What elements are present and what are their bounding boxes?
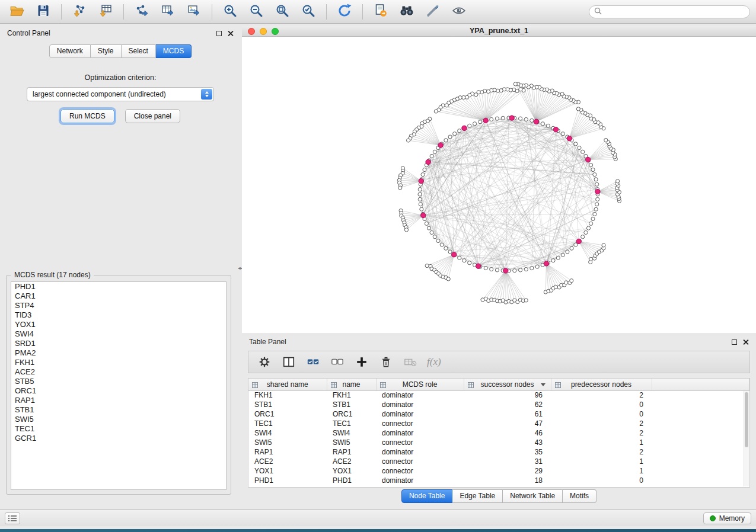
- cell-shared-name[interactable]: SWI4: [248, 428, 327, 438]
- save-session-button[interactable]: [32, 2, 55, 21]
- select-all-rows-button[interactable]: [305, 354, 321, 370]
- mcds-result-item[interactable]: YOX1: [11, 320, 226, 329]
- cell-name[interactable]: FKH1: [327, 390, 376, 400]
- cell-name[interactable]: YOX1: [327, 466, 376, 476]
- cell-predecessor-nodes[interactable]: 2: [551, 419, 652, 428]
- cell-successor-nodes[interactable]: 62: [464, 400, 551, 409]
- cell-successor-nodes[interactable]: 31: [464, 457, 551, 466]
- cell-name[interactable]: TEC1: [327, 419, 376, 428]
- scrollbar-thumb[interactable]: [745, 392, 748, 447]
- mcds-result-item[interactable]: STB1: [11, 405, 226, 415]
- cell-MCDS-role[interactable]: dominator: [376, 428, 464, 438]
- cell-predecessor-nodes[interactable]: 1: [551, 457, 652, 466]
- cell-name[interactable]: ORC1: [327, 409, 376, 419]
- column-header-MCDS-role[interactable]: MCDS role: [376, 379, 464, 390]
- refresh-button[interactable]: [333, 2, 356, 21]
- zoom-selected-button[interactable]: [297, 2, 320, 21]
- table-row[interactable]: STB1STB1dominator620: [248, 400, 749, 409]
- cell-MCDS-role[interactable]: connector: [376, 419, 464, 428]
- cell-successor-nodes[interactable]: 46: [464, 428, 551, 438]
- cell-predecessor-nodes[interactable]: 1: [551, 466, 652, 476]
- table-row[interactable]: RAP1RAP1dominator352: [248, 447, 749, 457]
- table-row[interactable]: PHD1PHD1dominator180: [248, 476, 749, 485]
- mcds-result-item[interactable]: PHD1: [11, 282, 226, 291]
- control-panel-tab-mcds[interactable]: MCDS: [156, 44, 192, 58]
- mcds-result-item[interactable]: STP4: [11, 301, 226, 310]
- control-panel-tab-network[interactable]: Network: [49, 44, 91, 58]
- import-network-button[interactable]: [68, 2, 91, 21]
- mcds-result-item[interactable]: FKH1: [11, 358, 226, 367]
- cell-shared-name[interactable]: SWI5: [248, 438, 327, 447]
- search-box[interactable]: [589, 5, 750, 18]
- cell-predecessor-nodes[interactable]: 2: [551, 390, 652, 400]
- cell-MCDS-role[interactable]: dominator: [376, 476, 464, 485]
- delete-column-button[interactable]: [378, 354, 394, 370]
- cell-MCDS-role[interactable]: dominator: [376, 390, 464, 400]
- deselect-all-rows-button[interactable]: [330, 354, 345, 370]
- table-row[interactable]: SWI5SWI5connector431: [248, 438, 749, 447]
- table-settings-button[interactable]: [257, 354, 272, 370]
- cell-MCDS-role[interactable]: connector: [376, 438, 464, 447]
- cell-shared-name[interactable]: YOX1: [248, 466, 327, 476]
- control-panel-tab-style[interactable]: Style: [91, 44, 122, 58]
- show-hide-button[interactable]: [448, 2, 470, 21]
- import-table-button[interactable]: [94, 2, 117, 21]
- mcds-result-item[interactable]: CAR1: [11, 291, 226, 301]
- cell-successor-nodes[interactable]: 18: [464, 476, 551, 485]
- export-table-button[interactable]: [157, 2, 179, 21]
- cell-shared-name[interactable]: TEC1: [248, 419, 327, 428]
- mcds-result-item[interactable]: GCR1: [11, 434, 226, 443]
- mcds-result-item[interactable]: SRD1: [11, 339, 226, 348]
- mcds-result-item[interactable]: TID3: [11, 310, 226, 320]
- mcds-result-item[interactable]: SWI4: [11, 329, 226, 339]
- run-mcds-button[interactable]: Run MCDS: [60, 109, 114, 123]
- cell-predecessor-nodes[interactable]: 2: [551, 447, 652, 457]
- cell-MCDS-role[interactable]: dominator: [376, 409, 464, 419]
- mcds-result-item[interactable]: TEC1: [11, 424, 226, 434]
- add-column-button[interactable]: [354, 354, 369, 370]
- function-builder-button[interactable]: f(x): [427, 356, 441, 368]
- cell-name[interactable]: SWI5: [327, 438, 376, 447]
- network-graph[interactable]: [242, 37, 756, 333]
- cell-predecessor-nodes[interactable]: 0: [551, 476, 652, 485]
- cell-predecessor-nodes[interactable]: 1: [551, 438, 652, 447]
- task-history-button[interactable]: [5, 512, 20, 524]
- export-image-button[interactable]: [183, 2, 205, 21]
- network-titlebar[interactable]: YPA_prune.txt_1: [242, 26, 756, 37]
- export-network-button[interactable]: [130, 2, 153, 21]
- cell-shared-name[interactable]: ORC1: [248, 409, 327, 419]
- close-panel-button[interactable]: Close panel: [125, 109, 180, 123]
- find-button[interactable]: [395, 2, 418, 21]
- table-row[interactable]: FKH1FKH1dominator962: [248, 390, 749, 400]
- mcds-result-item[interactable]: ACE2: [11, 367, 226, 377]
- cell-MCDS-role[interactable]: dominator: [376, 447, 464, 457]
- table-row[interactable]: ACE2ACE2connector311: [248, 457, 749, 466]
- mcds-result-item[interactable]: RAP1: [11, 396, 226, 405]
- close-panel-icon[interactable]: [227, 30, 234, 37]
- column-header-successor-nodes[interactable]: successor nodes: [464, 379, 551, 390]
- share-document-button[interactable]: [369, 2, 392, 21]
- network-canvas[interactable]: [242, 37, 756, 333]
- cell-name[interactable]: SWI4: [327, 428, 376, 438]
- cell-predecessor-nodes[interactable]: 0: [551, 409, 652, 419]
- criterion-select[interactable]: largest connected component (undirected): [27, 87, 214, 101]
- cell-shared-name[interactable]: STB1: [248, 400, 327, 409]
- table-row[interactable]: SWI4SWI4dominator462: [248, 428, 749, 438]
- cell-successor-nodes[interactable]: 29: [464, 466, 551, 476]
- cell-name[interactable]: RAP1: [327, 447, 376, 457]
- show-columns-button[interactable]: [281, 354, 296, 370]
- cell-MCDS-role[interactable]: dominator: [376, 400, 464, 409]
- control-panel-tab-select[interactable]: Select: [122, 44, 156, 58]
- column-header-shared-name[interactable]: shared name: [248, 379, 327, 390]
- cell-successor-nodes[interactable]: 35: [464, 447, 551, 457]
- memory-button[interactable]: Memory: [703, 512, 751, 524]
- cell-MCDS-role[interactable]: connector: [376, 457, 464, 466]
- cell-predecessor-nodes[interactable]: 0: [551, 400, 652, 409]
- mcds-result-item[interactable]: SWI5: [11, 415, 226, 424]
- cell-name[interactable]: STB1: [327, 400, 376, 409]
- zoom-fit-button[interactable]: [271, 2, 294, 21]
- table-row[interactable]: ORC1ORC1dominator610: [248, 409, 749, 419]
- apply-style-button[interactable]: [422, 2, 444, 21]
- mcds-result-item[interactable]: PMA2: [11, 348, 226, 358]
- cell-MCDS-role[interactable]: connector: [376, 466, 464, 476]
